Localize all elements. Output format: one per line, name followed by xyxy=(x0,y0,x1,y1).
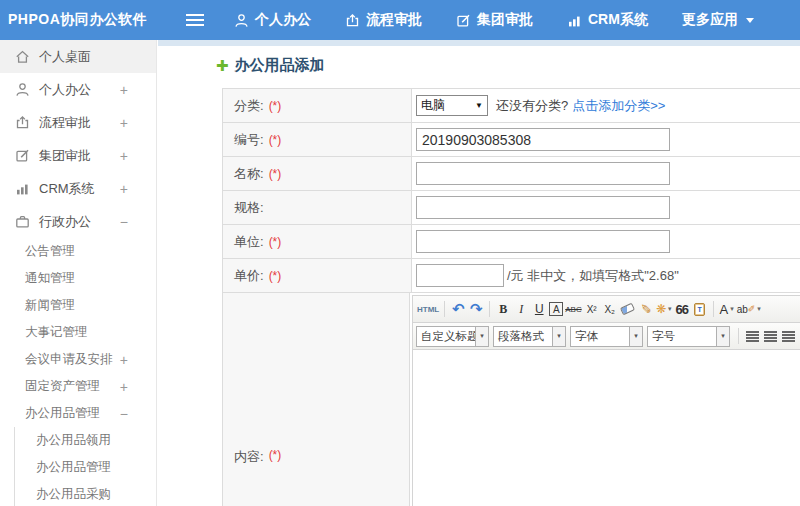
sidebar-item-meeting-mgmt[interactable]: 会议申请及安排 + xyxy=(0,346,156,373)
underline-button[interactable]: U xyxy=(531,299,547,320)
edit-icon xyxy=(15,148,30,163)
field-label: 单价: (*) xyxy=(223,259,412,292)
select-caret-icon: ▼ xyxy=(475,101,483,110)
clipboard-icon: T xyxy=(694,303,705,316)
expand-plus-icon[interactable]: + xyxy=(120,148,128,164)
superscript-button[interactable]: X² xyxy=(584,299,600,320)
paragraph-format-select[interactable]: 段落格式▾ xyxy=(493,326,566,347)
custom-title-select[interactable]: 自定义标题▾ xyxy=(416,326,489,347)
expand-plus-icon[interactable]: + xyxy=(120,379,128,395)
font-family-select[interactable]: 字体▾ xyxy=(570,326,643,347)
field-value xyxy=(412,191,800,224)
sidebar-item-fixed-assets-mgmt[interactable]: 固定资产管理 + xyxy=(0,373,156,400)
required-marker: (*) xyxy=(269,448,282,462)
form-row-unit: 单位: (*) xyxy=(222,225,800,259)
field-value xyxy=(412,123,800,156)
sidebar-item-announcement-mgmt[interactable]: 公告管理 xyxy=(0,238,156,265)
app-logo: PHPOA协同办公软件 xyxy=(0,11,186,29)
sidebar-item-personal-office[interactable]: 个人办公 + xyxy=(0,73,156,106)
spec-input[interactable] xyxy=(416,196,670,219)
sidebar: 个人桌面 个人办公 + 流程审批 + 集团审批 + CRM系统 + 行政办公 − xyxy=(0,40,157,506)
remove-format-button[interactable] xyxy=(620,299,636,320)
sidebar-item-supplies-purchase[interactable]: 办公用品采购 xyxy=(15,481,156,506)
align-right-button[interactable] xyxy=(780,326,796,347)
collapse-minus-icon[interactable]: − xyxy=(120,406,128,422)
align-center-button[interactable] xyxy=(762,326,778,347)
caret-down-icon xyxy=(746,18,754,23)
code-input[interactable] xyxy=(416,128,670,151)
add-category-link[interactable]: 点击添加分类>> xyxy=(572,97,665,115)
sidebar-subitem-label: 大事记管理 xyxy=(25,324,88,341)
nav-personal-office[interactable]: 个人办公 xyxy=(234,11,311,29)
editor-content-area[interactable] xyxy=(413,350,800,506)
page-title: ✚ 办公用品添加 xyxy=(216,56,800,75)
price-input[interactable] xyxy=(416,264,504,287)
sidebar-subitem-label: 办公用品领用 xyxy=(36,432,111,449)
italic-button[interactable]: I xyxy=(513,299,529,320)
label-text: 内容: xyxy=(234,448,264,466)
toolbar-separator xyxy=(444,301,445,317)
category-select[interactable]: 电脑 ▼ xyxy=(416,95,488,116)
strikethrough-button[interactable]: ABC xyxy=(565,299,581,320)
home-icon xyxy=(15,49,30,64)
expand-plus-icon[interactable]: + xyxy=(120,181,128,197)
sidebar-item-notice-mgmt[interactable]: 通知管理 xyxy=(0,265,156,292)
expand-plus-icon[interactable]: + xyxy=(120,352,128,368)
field-value xyxy=(412,157,800,190)
nav-crm-system[interactable]: CRM系统 xyxy=(567,11,648,29)
sidebar-item-crm[interactable]: CRM系统 + xyxy=(0,172,156,205)
blockquote-button[interactable]: 66 xyxy=(674,299,690,320)
subscript-button[interactable]: X₂ xyxy=(602,299,618,320)
expand-plus-icon[interactable]: + xyxy=(120,115,128,131)
select-label: 字号 xyxy=(648,329,716,344)
hamburger-menu-icon[interactable] xyxy=(186,14,204,26)
editor-toolbar-row1: HTML ↶ ↷ B I U A ABC X² X₂ ✐ xyxy=(413,296,800,323)
sidebar-item-admin-office[interactable]: 行政办公 − xyxy=(0,205,156,238)
category-hint: 还没有分类? xyxy=(496,97,568,115)
sidebar-item-events-mgmt[interactable]: 大事记管理 xyxy=(0,319,156,346)
font-color-button[interactable]: A▾ xyxy=(719,299,735,320)
sidebar-item-personal-desktop[interactable]: 个人桌面 xyxy=(0,40,156,73)
form-row-spec: 规格: xyxy=(222,191,800,225)
align-left-button[interactable] xyxy=(744,326,760,347)
eraser-icon xyxy=(620,303,635,316)
label-text: 单位: xyxy=(234,233,264,251)
required-marker: (*) xyxy=(269,269,282,283)
sidebar-item-group-approval[interactable]: 集团审批 + xyxy=(0,139,156,172)
sidebar-item-supplies-manage[interactable]: 办公用品管理 xyxy=(15,454,156,481)
char-border-button[interactable]: A xyxy=(549,302,563,316)
sidebar-item-label: 行政办公 xyxy=(39,213,91,231)
sidebar-item-office-supplies-mgmt[interactable]: 办公用品管理 − xyxy=(0,400,156,427)
toolbar-separator xyxy=(489,301,490,317)
font-size-select[interactable]: 字号▾ xyxy=(647,326,730,347)
html-source-button[interactable]: HTML xyxy=(417,299,439,320)
nav-group-approval[interactable]: 集团审批 xyxy=(456,11,533,29)
sidebar-item-workflow-approval[interactable]: 流程审批 + xyxy=(0,106,156,139)
caret-down-icon: ▾ xyxy=(475,327,488,346)
pen-icon: ✐ xyxy=(748,304,756,314)
required-marker: (*) xyxy=(269,99,282,113)
name-input[interactable] xyxy=(416,162,670,185)
collapse-minus-icon[interactable]: − xyxy=(120,214,128,230)
flow-icon xyxy=(345,13,360,28)
autoformat-button[interactable]: ❋▾ xyxy=(656,299,672,320)
chart-icon xyxy=(567,13,582,28)
expand-plus-icon[interactable]: + xyxy=(120,82,128,98)
label-text: 规格: xyxy=(234,199,264,217)
nav-more-apps[interactable]: 更多应用 xyxy=(682,11,754,29)
sidebar-item-news-mgmt[interactable]: 新闻管理 xyxy=(0,292,156,319)
bold-button[interactable]: B xyxy=(495,299,511,320)
align-left-icon xyxy=(746,331,759,342)
unit-input[interactable] xyxy=(416,230,670,253)
redo-button[interactable]: ↷ xyxy=(468,299,484,320)
sidebar-item-supplies-claim[interactable]: 办公用品领用 xyxy=(15,427,156,454)
format-painter-button[interactable]: ✐ xyxy=(638,299,654,320)
align-center-icon xyxy=(764,331,777,342)
nav-label: CRM系统 xyxy=(588,11,648,29)
paste-plain-button[interactable]: T xyxy=(692,299,708,320)
undo-button[interactable]: ↶ xyxy=(450,299,466,320)
nav-label: 个人办公 xyxy=(255,11,311,29)
highlight-color-button[interactable]: ab✐▾ xyxy=(737,299,761,320)
nav-workflow-approval[interactable]: 流程审批 xyxy=(345,11,422,29)
field-label: 规格: xyxy=(223,191,412,224)
